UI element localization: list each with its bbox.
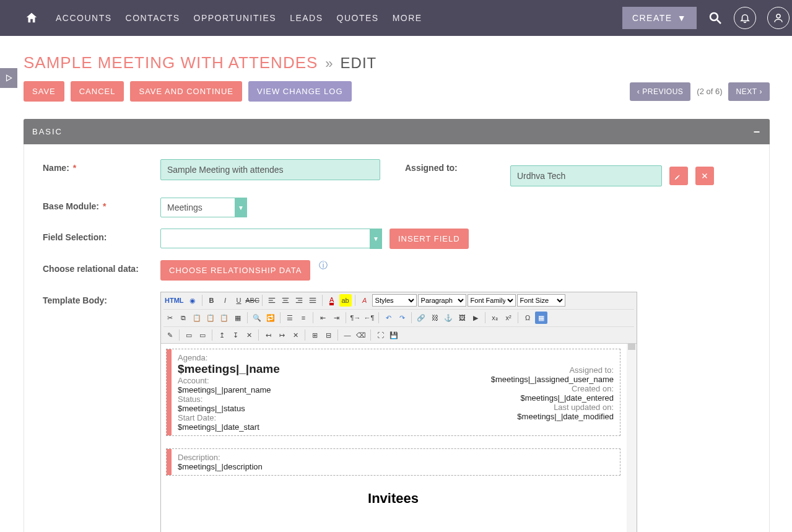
action-bar: SAVE CANCEL SAVE AND CONTINUE VIEW CHANG… — [24, 81, 770, 102]
subscript-icon[interactable]: x₂ — [489, 312, 501, 324]
svg-line-1 — [717, 20, 721, 24]
anchor-icon[interactable]: ⚓ — [442, 312, 455, 324]
split-cell-icon[interactable]: ⊞ — [308, 329, 321, 341]
charmap-icon[interactable]: Ω — [521, 312, 534, 324]
select-all-icon[interactable]: ▦ — [232, 312, 244, 324]
cut-icon[interactable]: ✂ — [163, 312, 176, 324]
field-selection-select[interactable] — [160, 229, 382, 248]
nav-accounts[interactable]: ACCOUNTS — [56, 13, 112, 23]
insert-row-after-icon[interactable]: ↧ — [229, 329, 242, 341]
numlist-icon[interactable]: ≡ — [297, 312, 310, 324]
user-icon[interactable] — [767, 7, 790, 29]
save-icon[interactable]: 💾 — [388, 329, 400, 341]
nav-opportunities[interactable]: OPPORTUNITIES — [194, 13, 277, 23]
backcolor-icon[interactable]: ab — [339, 294, 352, 307]
choose-relationship-button[interactable]: CHOOSE RELATIONSHIP DATA — [160, 260, 310, 281]
align-center-icon[interactable] — [279, 294, 292, 307]
paragraph-select[interactable]: Paragraph — [418, 294, 466, 307]
rtl-icon[interactable]: ←¶ — [363, 312, 375, 324]
unlink-icon[interactable]: ⛓ — [429, 312, 441, 324]
image-icon[interactable]: 🖼 — [456, 312, 468, 324]
insert-field-button[interactable]: INSERT FIELD — [389, 229, 469, 249]
superscript-icon[interactable]: x² — [502, 312, 515, 324]
nav-quotes[interactable]: QUOTES — [337, 13, 379, 23]
fullscreen-icon[interactable]: ⛶ — [374, 329, 386, 341]
nav-contacts[interactable]: CONTACTS — [126, 13, 180, 23]
hr-icon[interactable]: — — [341, 329, 354, 341]
tpl-value: $meetings|_|date_entered — [402, 393, 614, 403]
edit-icon[interactable]: ✎ — [163, 329, 176, 341]
editor-html-button[interactable]: HTML — [163, 297, 185, 304]
delete-col-icon[interactable]: ✕ — [289, 329, 302, 341]
chevron-left-icon: ‹ — [637, 87, 640, 96]
assigned-to-input[interactable] — [510, 165, 662, 186]
remove-format-icon[interactable]: ⌫ — [355, 329, 367, 341]
home-icon[interactable] — [25, 11, 38, 25]
replace-icon[interactable]: 🔁 — [264, 312, 277, 324]
font-size-select[interactable]: Font Size — [517, 294, 565, 307]
undo-icon[interactable]: ↶ — [382, 312, 394, 324]
italic-icon[interactable]: I — [219, 294, 232, 307]
cell-props-icon[interactable]: ▭ — [196, 329, 209, 341]
row-props-icon[interactable]: ▭ — [183, 329, 195, 341]
forecolor-icon[interactable]: A — [326, 294, 338, 307]
field-selection-label: Field Selection: — [43, 229, 160, 249]
paste-text-icon[interactable]: 📋 — [204, 312, 217, 324]
paste-word-icon[interactable]: 📋 — [218, 312, 230, 324]
delete-row-icon[interactable]: ✕ — [243, 329, 255, 341]
notifications-icon[interactable] — [734, 7, 756, 29]
tpl-value: $meetings|_|description — [178, 462, 614, 471]
ltr-icon[interactable]: ¶→ — [349, 312, 362, 324]
align-left-icon[interactable] — [266, 294, 278, 307]
previous-button[interactable]: ‹ PREVIOUS — [630, 82, 691, 101]
nav-more[interactable]: MORE — [393, 13, 422, 23]
page-indicator: (2 of 6) — [697, 87, 722, 96]
align-justify-icon[interactable] — [307, 294, 319, 307]
save-button[interactable]: SAVE — [24, 81, 64, 102]
outdent-icon[interactable]: ⇤ — [316, 312, 329, 324]
cancel-button[interactable]: CANCEL — [71, 81, 124, 102]
indent-icon[interactable]: ⇥ — [330, 312, 342, 324]
paste-icon[interactable]: 📋 — [191, 312, 203, 324]
table-icon[interactable]: ▦ — [535, 312, 547, 324]
tpl-label: Start Date: — [178, 413, 389, 422]
view-changelog-button[interactable]: VIEW CHANGE LOG — [248, 81, 352, 102]
next-button[interactable]: NEXT › — [728, 82, 770, 101]
tpl-value: $meetings|_|status — [178, 404, 389, 413]
insert-col-before-icon[interactable]: ↤ — [262, 329, 274, 341]
redo-icon[interactable]: ↷ — [396, 312, 408, 324]
align-right-icon[interactable] — [293, 294, 305, 307]
find-icon[interactable]: 🔍 — [251, 312, 263, 324]
underline-icon[interactable]: U — [233, 294, 245, 307]
richtext-editor: HTML ◉ B I U ABC — [160, 292, 637, 532]
copy-icon[interactable]: ⧉ — [177, 312, 189, 324]
search-icon[interactable] — [708, 11, 723, 25]
nav-leads[interactable]: LEADS — [290, 13, 323, 23]
name-input[interactable] — [160, 159, 380, 180]
fontselect-icon[interactable]: A — [359, 294, 371, 307]
strike-icon[interactable]: ABC — [246, 294, 259, 307]
info-icon[interactable]: ⓘ — [319, 260, 328, 281]
merge-cell-icon[interactable]: ⊟ — [322, 329, 334, 341]
bullist-icon[interactable]: ☰ — [284, 312, 296, 324]
link-icon[interactable]: 🔗 — [415, 312, 427, 324]
editor-body[interactable]: Agenda: $meetings|_|name Account: $meeti… — [161, 344, 637, 532]
create-button[interactable]: CREATE ▼ — [622, 7, 697, 29]
save-continue-button[interactable]: SAVE AND CONTINUE — [130, 81, 242, 102]
help-icon[interactable]: ◉ — [186, 294, 199, 307]
editor-scrollbar[interactable] — [627, 344, 637, 532]
media-icon[interactable]: ▶ — [469, 312, 482, 324]
section-basic-header[interactable]: BASIC – — [24, 119, 770, 144]
assigned-select-button[interactable] — [669, 167, 688, 185]
bold-icon[interactable]: B — [206, 294, 218, 307]
caret-down-icon: ▼ — [677, 13, 687, 23]
base-module-select[interactable]: Meetings — [160, 198, 247, 217]
page-title[interactable]: SAMPLE MEETING WITH ATTENDES — [24, 53, 318, 72]
assigned-clear-button[interactable] — [695, 167, 714, 185]
tpl-label: Created on: — [402, 384, 614, 393]
styles-select[interactable]: Styles — [372, 294, 417, 307]
collapse-icon[interactable]: – — [754, 125, 761, 138]
font-family-select[interactable]: Font Family — [468, 294, 516, 307]
insert-col-after-icon[interactable]: ↦ — [276, 329, 288, 341]
insert-row-before-icon[interactable]: ↥ — [215, 329, 228, 341]
